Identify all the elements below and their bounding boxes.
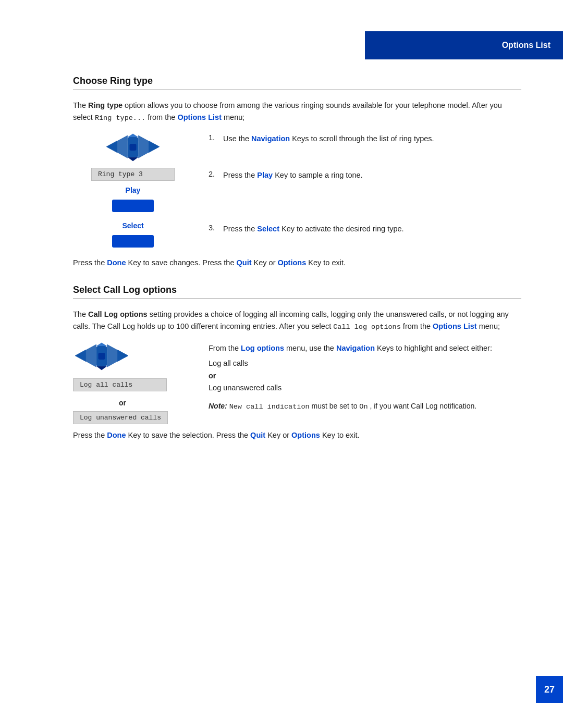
svg-rect-13 <box>99 353 105 360</box>
navigation-keys-icon-2 <box>73 340 130 372</box>
log-options-block: Log all calls or Log unanswered calls Fr… <box>73 340 521 424</box>
step1-item: 1. Use the Navigation Keys to scroll thr… <box>209 133 521 145</box>
log-unanswered-label: Log unanswered calls <box>209 382 521 394</box>
step3-item: 3. Press the Select Key to activate the … <box>209 224 521 235</box>
log-options-left: Log all calls or Log unanswered calls <box>73 340 193 424</box>
ring-type-display: Ring type 3 <box>91 168 175 181</box>
page-number-badge: 27 <box>536 676 563 703</box>
header-title: Options List <box>502 41 550 50</box>
log-all-calls-display: Log all calls <box>73 378 167 391</box>
section-call-log: Select Call Log options The Call Log opt… <box>73 285 521 441</box>
step3-text: Press the Select Key to activate the des… <box>223 224 404 235</box>
section1-heading: Choose Ring type <box>73 76 521 90</box>
svg-marker-6 <box>128 133 138 137</box>
step1-text: Use the Navigation Keys to scroll throug… <box>223 133 434 145</box>
svg-marker-1 <box>149 141 159 152</box>
select-label: Select <box>122 221 143 230</box>
log-options-right: From the Log options menu, use the Navig… <box>209 340 521 419</box>
or-text: or <box>73 399 172 407</box>
main-content: Choose Ring type The Ring type option al… <box>0 0 563 499</box>
svg-marker-9 <box>117 350 128 361</box>
step1-right: 1. Use the Navigation Keys to scroll thr… <box>209 131 521 147</box>
note-label: Note: <box>209 402 227 410</box>
svg-marker-8 <box>75 350 85 361</box>
log-from-text: From the Log options menu, use the Navig… <box>209 342 521 354</box>
section-ring-type: Choose Ring type The Ring type option al… <box>73 76 521 269</box>
section1-press-line: Press the Done Key to save changes. Pres… <box>73 257 521 269</box>
svg-marker-7 <box>128 157 138 161</box>
section2-heading: Select Call Log options <box>73 285 521 299</box>
svg-marker-15 <box>96 366 107 370</box>
svg-marker-11 <box>107 344 117 367</box>
or-label: or <box>209 372 521 380</box>
header-banner: Options List <box>365 31 563 59</box>
log-all-calls-label: Log all calls <box>209 357 521 369</box>
page-number: 27 <box>544 684 555 695</box>
play-label: Play <box>126 186 141 194</box>
svg-rect-5 <box>130 144 137 151</box>
svg-marker-3 <box>138 135 149 158</box>
svg-marker-14 <box>96 342 107 346</box>
step2-text: Press the Play Key to sample a ring tone… <box>223 170 363 181</box>
section1-para1: The Ring type option allows you to choos… <box>73 100 521 124</box>
step1-block: 1. Use the Navigation Keys to scroll thr… <box>73 131 521 163</box>
navigation-keys-icon <box>104 131 162 163</box>
svg-marker-0 <box>106 141 117 152</box>
select-button[interactable] <box>112 235 154 248</box>
step1-left <box>73 131 193 163</box>
play-button[interactable] <box>112 200 154 212</box>
step2-item: 2. Press the Play Key to sample a ring t… <box>209 170 521 181</box>
log-unanswered-display: Log unanswered calls <box>73 411 168 424</box>
svg-marker-2 <box>117 135 128 158</box>
note-text: Note: New call indication must be set to… <box>209 400 521 413</box>
svg-marker-10 <box>86 344 96 367</box>
section2-para1: The Call Log options setting provides a … <box>73 309 521 333</box>
section2-press-line: Press the Done Key to save the selection… <box>73 429 521 441</box>
